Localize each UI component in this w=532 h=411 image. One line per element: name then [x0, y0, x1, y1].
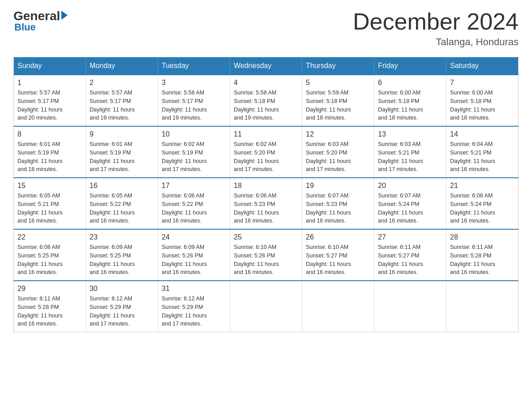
calendar-cell: 10Sunrise: 6:02 AM Sunset: 5:19 PM Dayli…	[158, 126, 230, 178]
calendar-cell: 9Sunrise: 6:01 AM Sunset: 5:19 PM Daylig…	[86, 126, 158, 178]
calendar-cell: 5Sunrise: 5:59 AM Sunset: 5:18 PM Daylig…	[302, 75, 374, 126]
calendar-week-row: 8Sunrise: 6:01 AM Sunset: 5:19 PM Daylig…	[14, 126, 519, 178]
day-info-text: Sunrise: 6:00 AM Sunset: 5:18 PM Dayligh…	[450, 89, 515, 122]
day-info-text: Sunrise: 6:02 AM Sunset: 5:19 PM Dayligh…	[162, 140, 226, 174]
header-sunday: Sunday	[14, 57, 86, 75]
calendar-cell: 3Sunrise: 5:58 AM Sunset: 5:17 PM Daylig…	[158, 75, 230, 126]
calendar-cell: 7Sunrise: 6:00 AM Sunset: 5:18 PM Daylig…	[446, 75, 519, 126]
day-number: 22	[17, 233, 82, 241]
logo-blue-text: Blue	[13, 21, 68, 33]
day-info-text: Sunrise: 6:06 AM Sunset: 5:23 PM Dayligh…	[234, 192, 298, 225]
day-number: 18	[234, 182, 298, 190]
day-number: 13	[378, 130, 442, 138]
header-tuesday: Tuesday	[158, 57, 230, 75]
calendar-cell: 13Sunrise: 6:03 AM Sunset: 5:21 PM Dayli…	[374, 126, 446, 178]
day-info-text: Sunrise: 6:08 AM Sunset: 5:25 PM Dayligh…	[17, 243, 82, 277]
calendar-cell: 14Sunrise: 6:04 AM Sunset: 5:21 PM Dayli…	[446, 126, 519, 178]
day-number: 27	[378, 233, 442, 241]
day-number: 10	[162, 130, 226, 138]
day-info-text: Sunrise: 6:02 AM Sunset: 5:20 PM Dayligh…	[234, 140, 298, 174]
calendar-cell: 17Sunrise: 6:06 AM Sunset: 5:22 PM Dayli…	[158, 178, 230, 229]
title-section: December 2024 Talanga, Honduras	[353, 9, 519, 48]
day-info-text: Sunrise: 6:09 AM Sunset: 5:25 PM Dayligh…	[90, 243, 154, 277]
calendar-cell: 24Sunrise: 6:09 AM Sunset: 5:26 PM Dayli…	[158, 229, 230, 281]
header-monday: Monday	[86, 57, 158, 75]
day-number: 11	[234, 130, 298, 138]
calendar-cell: 26Sunrise: 6:10 AM Sunset: 5:27 PM Dayli…	[302, 229, 374, 281]
day-number: 5	[306, 79, 370, 87]
day-number: 2	[90, 79, 154, 87]
day-number: 28	[450, 233, 515, 241]
day-info-text: Sunrise: 6:04 AM Sunset: 5:21 PM Dayligh…	[450, 140, 515, 174]
logo: General Blue	[13, 9, 68, 33]
calendar-table: SundayMondayTuesdayWednesdayThursdayFrid…	[13, 57, 519, 332]
day-number: 9	[90, 130, 154, 138]
calendar-cell	[374, 281, 446, 332]
calendar-cell: 8Sunrise: 6:01 AM Sunset: 5:19 PM Daylig…	[14, 126, 86, 178]
day-number: 3	[162, 79, 226, 87]
day-number: 4	[234, 79, 298, 87]
day-number: 14	[450, 130, 515, 138]
day-info-text: Sunrise: 6:01 AM Sunset: 5:19 PM Dayligh…	[17, 140, 82, 174]
calendar-cell: 22Sunrise: 6:08 AM Sunset: 5:25 PM Dayli…	[14, 229, 86, 281]
calendar-cell: 30Sunrise: 6:12 AM Sunset: 5:29 PM Dayli…	[86, 281, 158, 332]
calendar-cell: 2Sunrise: 5:57 AM Sunset: 5:17 PM Daylig…	[86, 75, 158, 126]
day-number: 19	[306, 182, 370, 190]
calendar-cell: 6Sunrise: 6:00 AM Sunset: 5:18 PM Daylig…	[374, 75, 446, 126]
day-info-text: Sunrise: 6:10 AM Sunset: 5:27 PM Dayligh…	[306, 243, 370, 277]
calendar-cell: 19Sunrise: 6:07 AM Sunset: 5:23 PM Dayli…	[302, 178, 374, 229]
calendar-cell: 12Sunrise: 6:03 AM Sunset: 5:20 PM Dayli…	[302, 126, 374, 178]
calendar-cell: 27Sunrise: 6:11 AM Sunset: 5:27 PM Dayli…	[374, 229, 446, 281]
day-info-text: Sunrise: 6:06 AM Sunset: 5:22 PM Dayligh…	[162, 192, 226, 225]
day-info-text: Sunrise: 6:05 AM Sunset: 5:21 PM Dayligh…	[17, 192, 82, 225]
day-number: 29	[17, 285, 82, 293]
location-text: Talanga, Honduras	[353, 36, 519, 48]
day-number: 12	[306, 130, 370, 138]
day-info-text: Sunrise: 6:11 AM Sunset: 5:28 PM Dayligh…	[17, 295, 82, 328]
header-friday: Friday	[374, 57, 446, 75]
header-thursday: Thursday	[302, 57, 374, 75]
calendar-cell: 1Sunrise: 5:57 AM Sunset: 5:17 PM Daylig…	[14, 75, 86, 126]
day-info-text: Sunrise: 5:57 AM Sunset: 5:17 PM Dayligh…	[17, 89, 82, 122]
day-info-text: Sunrise: 6:12 AM Sunset: 5:29 PM Dayligh…	[162, 295, 226, 328]
calendar-cell: 23Sunrise: 6:09 AM Sunset: 5:25 PM Dayli…	[86, 229, 158, 281]
day-info-text: Sunrise: 6:03 AM Sunset: 5:21 PM Dayligh…	[378, 140, 442, 174]
day-number: 15	[17, 182, 82, 190]
day-number: 24	[162, 233, 226, 241]
day-number: 20	[378, 182, 442, 190]
day-info-text: Sunrise: 6:05 AM Sunset: 5:22 PM Dayligh…	[90, 192, 154, 225]
page-header: General Blue December 2024 Talanga, Hond…	[13, 9, 519, 48]
day-info-text: Sunrise: 6:10 AM Sunset: 5:26 PM Dayligh…	[234, 243, 298, 277]
day-info-text: Sunrise: 6:08 AM Sunset: 5:24 PM Dayligh…	[450, 192, 515, 225]
calendar-week-row: 29Sunrise: 6:11 AM Sunset: 5:28 PM Dayli…	[14, 281, 519, 332]
calendar-cell: 20Sunrise: 6:07 AM Sunset: 5:24 PM Dayli…	[374, 178, 446, 229]
day-info-text: Sunrise: 5:57 AM Sunset: 5:17 PM Dayligh…	[90, 89, 154, 122]
calendar-cell	[302, 281, 374, 332]
calendar-cell: 21Sunrise: 6:08 AM Sunset: 5:24 PM Dayli…	[446, 178, 519, 229]
calendar-cell	[230, 281, 302, 332]
calendar-cell: 4Sunrise: 5:58 AM Sunset: 5:18 PM Daylig…	[230, 75, 302, 126]
calendar-cell: 29Sunrise: 6:11 AM Sunset: 5:28 PM Dayli…	[14, 281, 86, 332]
day-info-text: Sunrise: 6:09 AM Sunset: 5:26 PM Dayligh…	[162, 243, 226, 277]
day-info-text: Sunrise: 6:12 AM Sunset: 5:29 PM Dayligh…	[90, 295, 154, 328]
day-info-text: Sunrise: 5:59 AM Sunset: 5:18 PM Dayligh…	[306, 89, 370, 122]
calendar-week-row: 22Sunrise: 6:08 AM Sunset: 5:25 PM Dayli…	[14, 229, 519, 281]
calendar-week-row: 1Sunrise: 5:57 AM Sunset: 5:17 PM Daylig…	[14, 75, 519, 126]
day-number: 21	[450, 182, 515, 190]
calendar-cell: 15Sunrise: 6:05 AM Sunset: 5:21 PM Dayli…	[14, 178, 86, 229]
day-number: 1	[17, 79, 82, 87]
calendar-cell: 18Sunrise: 6:06 AM Sunset: 5:23 PM Dayli…	[230, 178, 302, 229]
day-info-text: Sunrise: 6:07 AM Sunset: 5:23 PM Dayligh…	[306, 192, 370, 225]
day-info-text: Sunrise: 6:11 AM Sunset: 5:27 PM Dayligh…	[378, 243, 442, 277]
day-info-text: Sunrise: 5:58 AM Sunset: 5:18 PM Dayligh…	[234, 89, 298, 122]
day-number: 7	[450, 79, 515, 87]
calendar-week-row: 15Sunrise: 6:05 AM Sunset: 5:21 PM Dayli…	[14, 178, 519, 229]
day-number: 6	[378, 79, 442, 87]
calendar-cell: 25Sunrise: 6:10 AM Sunset: 5:26 PM Dayli…	[230, 229, 302, 281]
calendar-cell	[446, 281, 519, 332]
day-number: 25	[234, 233, 298, 241]
header-saturday: Saturday	[446, 57, 519, 75]
month-title: December 2024	[353, 9, 519, 34]
calendar-cell: 16Sunrise: 6:05 AM Sunset: 5:22 PM Dayli…	[86, 178, 158, 229]
calendar-cell: 11Sunrise: 6:02 AM Sunset: 5:20 PM Dayli…	[230, 126, 302, 178]
